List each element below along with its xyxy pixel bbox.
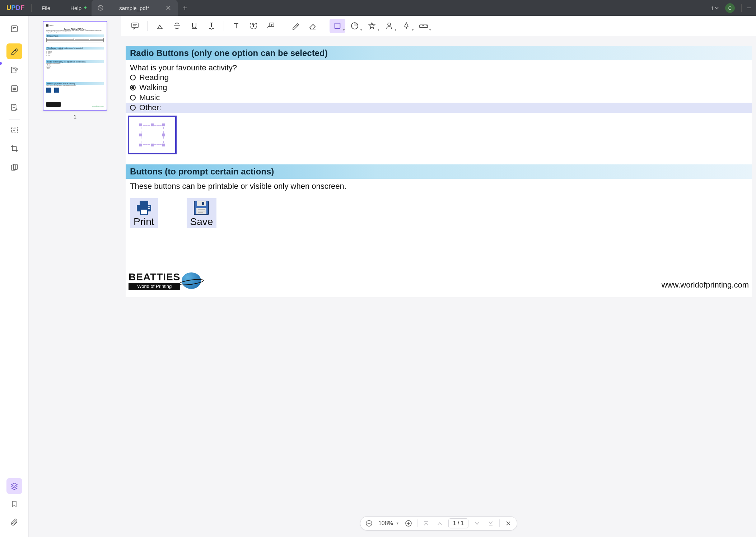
squiggly-tool[interactable] xyxy=(204,19,219,33)
document-viewport[interactable]: Radio Buttons (only one option can be se… xyxy=(121,36,756,537)
tab-active[interactable]: sample_pdf* xyxy=(92,0,178,16)
stamp-tool[interactable]: ▾ xyxy=(364,19,380,33)
brand-subtitle: World of Printing xyxy=(129,283,180,290)
tab-add-button[interactable] xyxy=(178,5,192,10)
svg-rect-11 xyxy=(335,23,340,29)
radio-other[interactable]: Other: xyxy=(126,103,752,113)
tab-counter[interactable]: 1 xyxy=(711,5,725,11)
caret-down-icon: ▼ xyxy=(396,522,399,525)
page-number-input[interactable]: 1 / 1 xyxy=(448,518,468,528)
svg-rect-8 xyxy=(132,23,138,28)
first-page-button[interactable] xyxy=(420,517,433,530)
next-page-button[interactable] xyxy=(471,517,484,530)
zoom-value: 108% xyxy=(378,520,393,527)
rail-layers-button[interactable] xyxy=(6,478,22,494)
pen-tool[interactable]: ▾ xyxy=(398,19,414,33)
selection-handles[interactable] xyxy=(141,125,164,145)
rail-pages-button[interactable] xyxy=(6,81,22,97)
rail-ocr-button[interactable] xyxy=(6,122,22,138)
separator xyxy=(147,21,148,31)
save-label: Save xyxy=(190,216,213,228)
tab-close-button[interactable] xyxy=(165,4,172,11)
svg-rect-17 xyxy=(140,209,148,214)
callout-tool[interactable] xyxy=(263,19,279,33)
strikethrough-tool[interactable] xyxy=(169,19,185,33)
thumbnail-page-1[interactable]: UPDF Sample Fillable PDF Form Fillable P… xyxy=(43,21,107,111)
rail-thumbnail-button[interactable] xyxy=(6,21,22,37)
svg-rect-16 xyxy=(140,201,148,205)
svg-point-18 xyxy=(148,206,150,207)
separator xyxy=(283,21,283,31)
svg-rect-5 xyxy=(11,127,17,133)
rail-bookmark-button[interactable] xyxy=(6,496,22,512)
prev-page-button[interactable] xyxy=(433,517,446,530)
ruler-tool[interactable]: ▾ xyxy=(416,19,431,33)
printer-icon xyxy=(134,200,154,216)
last-page-button[interactable] xyxy=(484,517,497,530)
radio-label: Other: xyxy=(139,103,164,112)
radio-label: Reading xyxy=(139,73,169,82)
signature-tool[interactable]: ▾ xyxy=(381,19,397,33)
svg-rect-21 xyxy=(197,201,206,206)
center-column: ▾ ▾ ▾ ▾ ▾ ▾ xyxy=(121,16,756,537)
textbox-tool[interactable] xyxy=(246,19,261,33)
section-buttons-heading: Buttons (to prompt certain actions) xyxy=(126,164,752,179)
sticker-tool[interactable]: ▾ xyxy=(347,19,363,33)
selected-rectangle-annotation[interactable] xyxy=(128,116,177,154)
titlebar: UPDF File Help sample_pdf* 1 C xyxy=(0,0,756,16)
zoom-in-button[interactable] xyxy=(402,517,415,530)
radio-walking[interactable]: Walking xyxy=(126,83,752,93)
rail-highlight-button[interactable] xyxy=(6,43,22,59)
rail-form-button[interactable] xyxy=(6,99,22,115)
separator xyxy=(325,21,325,31)
save-button[interactable]: Save xyxy=(187,198,217,228)
eraser-tool[interactable] xyxy=(305,19,321,33)
radio-music[interactable]: Music xyxy=(126,93,752,103)
svg-rect-22 xyxy=(202,202,204,205)
menu-file[interactable]: File xyxy=(32,5,60,11)
tab-title: sample_pdf* xyxy=(109,5,160,11)
separator xyxy=(499,519,500,527)
rail-crop-button[interactable] xyxy=(6,141,22,157)
pencil-tool[interactable] xyxy=(288,19,303,33)
rail-compare-button[interactable] xyxy=(6,159,22,175)
brand-name: BEATTIES xyxy=(129,271,180,283)
window-minimize-button[interactable] xyxy=(742,5,756,11)
page-sep: / xyxy=(458,520,459,527)
thumbnail-panel: UPDF Sample Fillable PDF Form Fillable P… xyxy=(29,16,121,537)
radio-label: Walking xyxy=(139,83,167,92)
radio-reading[interactable]: Reading xyxy=(126,73,752,83)
print-button[interactable]: Print xyxy=(130,198,158,228)
svg-point-13 xyxy=(388,23,391,26)
separator xyxy=(9,120,20,120)
app-logo: UPDF xyxy=(0,4,31,12)
brand-logo: BEATTIES World of Printing xyxy=(129,271,201,290)
radio-icon xyxy=(130,105,136,111)
page-total: 1 xyxy=(461,520,464,527)
radio-question: What is your favourite activity? xyxy=(126,60,752,73)
comment-tool[interactable] xyxy=(127,19,143,33)
footer-url: www.worldofprinting.com xyxy=(662,280,749,290)
avatar[interactable]: C xyxy=(725,3,735,13)
underline-tool[interactable] xyxy=(186,19,202,33)
separator xyxy=(417,519,417,527)
section-buttons-text: These buttons can be printable or visibl… xyxy=(126,179,752,191)
rail-attachment-button[interactable] xyxy=(6,514,22,530)
thumbnail-number: 1 xyxy=(35,113,115,120)
highlight-tool[interactable] xyxy=(152,19,168,33)
page-current: 1 xyxy=(453,520,456,527)
menu-help[interactable]: Help xyxy=(60,5,92,11)
rail-edit-button[interactable] xyxy=(6,62,22,78)
separator xyxy=(9,41,20,41)
radio-label: Music xyxy=(139,93,160,102)
zoom-dropdown[interactable]: 108% ▼ xyxy=(376,520,401,527)
globe-icon xyxy=(182,272,201,289)
close-controls-button[interactable] xyxy=(502,517,515,530)
text-tool[interactable] xyxy=(228,19,244,33)
tab-counter-value: 1 xyxy=(711,5,714,11)
radio-icon xyxy=(130,75,136,80)
page-controls: 108% ▼ 1 / 1 xyxy=(360,516,517,531)
zoom-out-button[interactable] xyxy=(363,517,375,530)
radio-icon xyxy=(130,95,136,101)
rectangle-tool[interactable]: ▾ xyxy=(330,19,345,33)
